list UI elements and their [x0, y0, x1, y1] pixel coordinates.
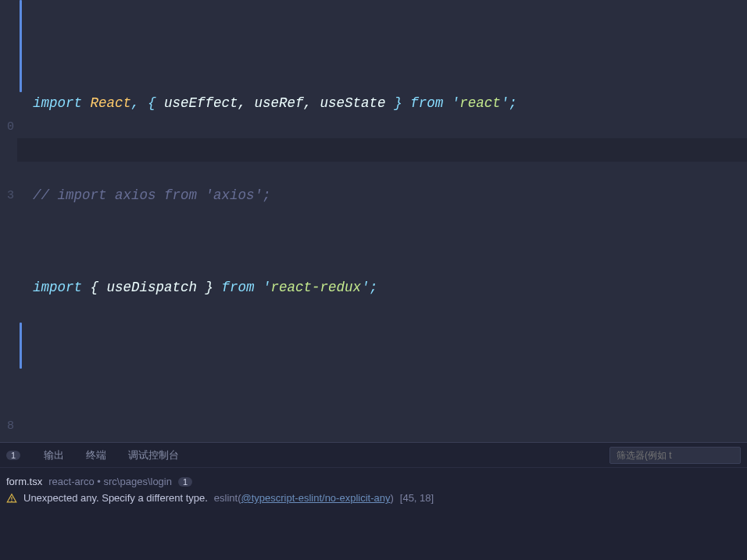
file-problem-count: 1 [178, 477, 192, 487]
warning-icon [6, 493, 17, 504]
line-number-gutter: 0 3 8 [0, 0, 17, 442]
code-line[interactable]: // import axios from 'axios'; [33, 184, 747, 208]
problems-panel: 1 输出 终端 调试控制台 form.tsx react-arco • src\… [0, 442, 747, 560]
tab-output[interactable]: 输出 [41, 448, 67, 462]
code-line[interactable]: import React, { useEffect, useRef, useSt… [33, 92, 747, 116]
code-line[interactable]: import { useDispatch } from 'react-redux… [33, 276, 747, 300]
code-line[interactable] [33, 369, 747, 392]
problems-body: form.tsx react-arco • src\pages\login 1 … [0, 468, 747, 512]
current-line-highlight [17, 138, 747, 162]
file-path-label: react-arco • src\pages\login [48, 476, 172, 487]
problem-location: [45, 18] [400, 492, 434, 504]
svg-point-1 [11, 500, 13, 501]
eslint-rule-link[interactable]: @typescript-eslint/no-explicit-any [241, 492, 391, 504]
tab-terminal[interactable]: 终端 [83, 448, 109, 462]
problems-count-badge: 1 [6, 451, 20, 460]
tab-debug-console[interactable]: 调试控制台 [125, 448, 182, 462]
code-editor[interactable]: 0 3 8 import React, { useEffect, useRef,… [0, 0, 747, 442]
problem-row[interactable]: Unexpected any. Specify a different type… [6, 492, 741, 504]
problems-file-row[interactable]: form.tsx react-arco • src\pages\login 1 [6, 473, 741, 492]
panel-tabs: 1 输出 终端 调试控制台 [0, 443, 747, 468]
problem-source: eslint(@typescript-eslint/no-explicit-an… [214, 492, 394, 504]
problem-message: Unexpected any. Specify a different type… [23, 492, 208, 504]
code-area[interactable]: import React, { useEffect, useRef, useSt… [17, 0, 747, 442]
problems-filter-input[interactable] [609, 447, 741, 464]
file-name-label: form.tsx [6, 476, 42, 487]
